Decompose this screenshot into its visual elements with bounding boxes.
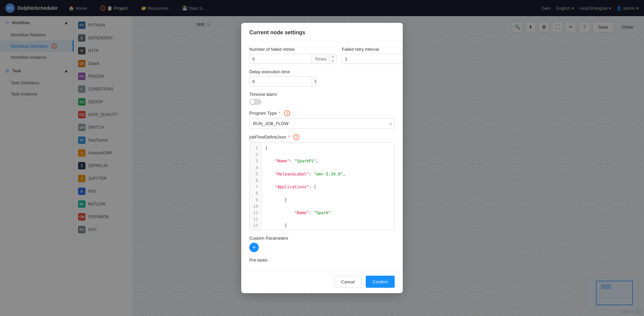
modal-body: Number of failed retries Times ▲ ▼ Faile…: [241, 41, 403, 270]
program-type-label: Program Type * 4: [249, 110, 395, 116]
job-flow-required: *: [288, 134, 290, 140]
delay-execution-label: Delay execution time: [249, 69, 395, 74]
modal-header: Current node settings: [241, 23, 403, 41]
modal-dialog: Current node settings Number of failed r…: [241, 23, 403, 293]
delay-execution-unit: Minute: [312, 77, 317, 86]
program-type-select[interactable]: RUN_JOB_FLOW: [249, 118, 395, 129]
failed-retries-label: Number of failed retries: [249, 47, 336, 52]
modal-title: Current node settings: [249, 30, 305, 35]
failed-retries-unit: Times: [312, 54, 329, 64]
delay-execution-group: Delay execution time Minute ▲ ▼: [249, 69, 395, 86]
failed-retries-input-group: Times ▲ ▼: [249, 54, 336, 64]
modal-footer: Cancel Confirm: [241, 270, 403, 293]
program-type-select-wrapper: RUN_JOB_FLOW ▾: [249, 118, 395, 129]
program-type-group: Program Type * 4 RUN_JOB_FLOW ▾: [249, 110, 395, 129]
code-editor-inner[interactable]: 1 2 3 4 5 6 7 8 9 10 11 12 13: [250, 143, 394, 230]
job-flow-group: jobFlowDefineJson * 5 1 2 3 4 5 6: [249, 134, 395, 230]
failed-retries-group: Number of failed retries Times ▲ ▼: [249, 47, 336, 64]
custom-params-label: Custom Parameters: [249, 236, 395, 241]
pre-tasks-label: Pre tasks: [249, 258, 395, 263]
pre-tasks-group: Pre tasks: [249, 258, 395, 263]
code-editor: 1 2 3 4 5 6 7 8 9 10 11 12 13: [249, 142, 395, 230]
delay-execution-input-group: Minute ▲ ▼: [249, 76, 317, 86]
retry-interval-input-group: Minute ▲ ▼: [342, 54, 403, 64]
line-numbers: 1 2 3 4 5 6 7 8 9 10 11 12 13: [250, 143, 262, 230]
retry-interval-label: Failed retry interval: [342, 47, 403, 52]
confirm-button[interactable]: Confirm: [366, 276, 395, 288]
code-content[interactable]: { "Name": "SparkPi", "ReleaseLabel": "em…: [262, 143, 394, 230]
timeout-alarm-label: Timeout alarm: [249, 92, 395, 97]
job-flow-label: jobFlowDefineJson * 5: [249, 134, 395, 140]
cancel-button[interactable]: Cancel: [334, 276, 362, 288]
add-param-button[interactable]: +: [249, 243, 259, 252]
job-flow-badge: 5: [293, 134, 299, 140]
retries-row: Number of failed retries Times ▲ ▼ Faile…: [249, 47, 395, 64]
failed-retries-stepper: ▲ ▼: [329, 54, 336, 64]
modal-overlay: Current node settings Number of failed r…: [0, 0, 644, 316]
toggle-knob: [250, 100, 255, 104]
timeout-alarm-toggle[interactable]: [249, 99, 261, 105]
retry-interval-group: Failed retry interval Minute ▲ ▼: [342, 47, 403, 64]
retry-interval-input[interactable]: [342, 54, 403, 64]
failed-retries-input[interactable]: [250, 54, 312, 64]
program-type-required: *: [279, 111, 280, 116]
delay-execution-input[interactable]: [250, 77, 312, 86]
program-type-badge: 4: [284, 110, 290, 116]
failed-retries-increment[interactable]: ▲: [329, 54, 336, 59]
custom-params-group: Custom Parameters +: [249, 236, 395, 252]
failed-retries-decrement[interactable]: ▼: [329, 59, 336, 64]
timeout-alarm-group: Timeout alarm: [249, 92, 395, 105]
